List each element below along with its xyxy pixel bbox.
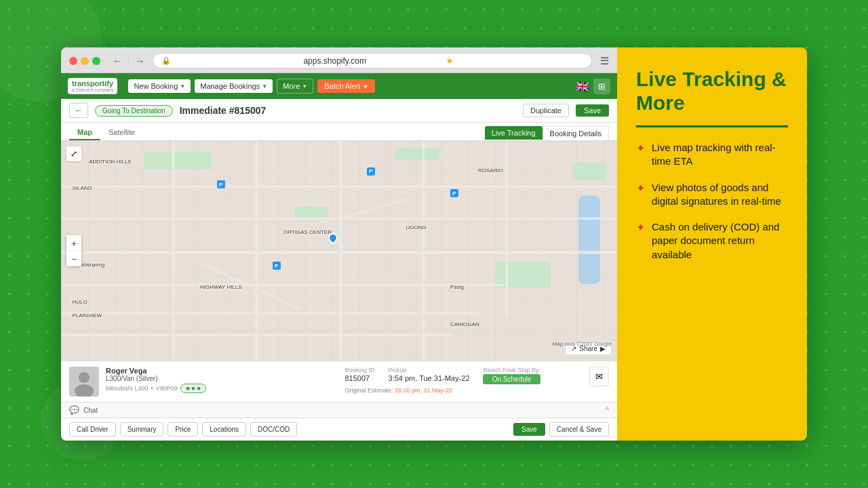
more-arrow: ▼ — [302, 83, 307, 89]
map-label-ortigas: ORTIGAS CENTER — [283, 229, 332, 235]
driver-details: Roger Vega L300/Van (Silver) Mitsubishi … — [106, 367, 338, 393]
feature-text-3: Cash on delivery (COD) and paper documen… — [652, 220, 788, 262]
map-label-pasig: Pasig — [450, 284, 464, 290]
language-flag[interactable]: 🇬🇧 — [576, 80, 589, 93]
summary-button[interactable]: Summary — [120, 422, 164, 436]
app-nav: transportify a Deliverit company New Boo… — [61, 73, 617, 99]
browser-navigation: ← | → — [110, 54, 147, 68]
tab-map[interactable]: Map — [69, 125, 100, 140]
feature-star-3: ✦ — [636, 221, 645, 234]
zoom-in-button[interactable]: + — [66, 236, 81, 251]
feature-star-1: ✦ — [636, 142, 645, 155]
feature-star-2: ✦ — [636, 182, 645, 195]
map-expand-button[interactable]: ⤢ — [66, 146, 81, 161]
message-button[interactable]: ✉ — [589, 367, 609, 386]
map-label-rosario: ROSARIO — [478, 167, 503, 174]
estimate-text-label: Original Estimate: — [345, 387, 395, 394]
batch-alert-button[interactable]: Batch Alert ▼ — [317, 79, 375, 93]
close-button[interactable] — [69, 57, 77, 65]
forward-nav-button[interactable]: → — [132, 54, 147, 68]
address-bar[interactable]: 🔒 apps.shopify.com ★ — [153, 53, 592, 68]
map-placeholder[interactable]: ADDITION HILLS SILANG ORTIGAS CENTER Man… — [61, 141, 617, 361]
booking-header: ← Going To Destination Immediate #815007… — [61, 99, 617, 123]
message-button-area: ✉ — [589, 367, 609, 386]
nav-separator: | — [127, 56, 130, 66]
app-content: transportify a Deliverit company New Boo… — [61, 73, 617, 441]
driver-avatar — [69, 367, 99, 396]
on-schedule-button[interactable]: On Schedule — [483, 374, 540, 384]
url-text: apps.shopify.com — [303, 56, 441, 66]
message-icon: ✉ — [595, 371, 603, 382]
map-label-addition-hills: ADDITION HILLS — [89, 159, 132, 165]
back-nav-button[interactable]: ← — [110, 54, 125, 68]
logo-area: transportify a Deliverit company — [68, 78, 117, 94]
map-label-silang: SILANG — [72, 185, 92, 191]
doc-cod-button[interactable]: DOC/COD — [250, 422, 297, 436]
logo-subtitle: a Deliverit company — [72, 87, 113, 93]
chat-bubble-icon: 💬 — [69, 405, 79, 415]
pickup-col: Pickup 3:54 pm, Tue 31-May-22 — [389, 367, 470, 382]
manage-bookings-arrow: ▼ — [262, 83, 267, 89]
estimate-row: Original Estimate: 16:26 pm, 31 May-22 — [345, 387, 578, 394]
duplicate-button[interactable]: Duplicate — [523, 104, 569, 117]
new-booking-arrow: ▼ — [180, 83, 185, 89]
more-label: More — [283, 82, 300, 90]
save-top-button[interactable]: Save — [576, 104, 609, 117]
cancel-save-button[interactable]: Cancel & Save — [549, 422, 609, 436]
map-area: ADDITION HILLS SILANG ORTIGAS CENTER Man… — [61, 141, 617, 361]
feature-item-3: ✦ Cash on delivery (COD) and paper docum… — [636, 220, 788, 262]
reach-label: Reach Final Stop By: — [483, 367, 540, 373]
driver-model: Mitsubishi L300 — [106, 385, 149, 392]
chat-expand-button[interactable]: ^ — [605, 405, 609, 415]
nav-settings-button[interactable]: ⊞ — [593, 79, 610, 94]
traffic-lights — [69, 57, 100, 65]
manage-bookings-dropdown[interactable]: Manage Bookings ▼ — [195, 79, 273, 93]
browser-panel: ← | → 🔒 apps.shopify.com ★ ☰ transportif… — [61, 47, 617, 441]
driver-rating-badge: ★★★ — [180, 384, 206, 393]
fullscreen-button[interactable] — [92, 57, 100, 65]
bottom-action-bar: Call Driver Summary Price Locations DOC/… — [61, 418, 617, 441]
booking-row-top: Booking ID 815007 Pickup 3:54 pm, Tue 31… — [345, 367, 578, 384]
grid-icon: ⊞ — [598, 81, 606, 92]
info-panel: Live Tracking & More ✦ Live map tracking… — [617, 47, 807, 441]
driver-bullet: • — [151, 385, 153, 392]
minimize-button[interactable] — [81, 57, 89, 65]
estimate-text-val: 16:26 pm, 31 May-22 — [395, 387, 452, 394]
tab-booking-details[interactable]: Booking Details — [542, 126, 609, 140]
booking-id-label: Booking ID — [345, 367, 375, 373]
booking-back-button[interactable]: ← — [69, 103, 88, 118]
driver-name: Roger Vega — [106, 367, 338, 375]
map-label-plainview: PLAINVIEW — [72, 312, 102, 319]
new-booking-label: New Booking — [134, 82, 178, 90]
chat-bar: 💬 Chat ^ — [61, 402, 617, 418]
browser-menu-icon[interactable]: ☰ — [600, 55, 609, 67]
map-marker-p2: P — [367, 167, 375, 176]
new-booking-dropdown[interactable]: New Booking ▼ — [128, 79, 191, 93]
map-label-highway: HIGHWAY HILLS — [200, 284, 242, 290]
feature-item-1: ✦ Live map tracking with real-time ETA — [636, 141, 788, 169]
tab-satellite[interactable]: Satellite — [100, 125, 143, 140]
feature-text-2: View photos of goods and digital signatu… — [652, 181, 788, 209]
map-attribution: Map data ©2022 Google — [553, 341, 612, 347]
pickup-val: 3:54 pm, Tue 31-May-22 — [389, 374, 470, 382]
browser-chrome: ← | → 🔒 apps.shopify.com ★ ☰ — [61, 47, 617, 73]
tab-live-tracking[interactable]: Live Tracking — [485, 126, 542, 140]
zoom-out-button[interactable]: − — [66, 251, 81, 266]
map-marker-p3: P — [450, 189, 458, 197]
panel-title-text: Live Tracking & More — [636, 68, 787, 114]
manage-bookings-label: Manage Bookings — [200, 82, 260, 90]
destination-badge: Going To Destination — [95, 105, 173, 117]
driver-meta: Mitsubishi L300 • Y90P09 ★★★ — [106, 384, 338, 393]
panel-title: Live Tracking & More — [636, 68, 788, 115]
call-driver-button[interactable]: Call Driver — [69, 422, 116, 436]
price-button[interactable]: Price — [167, 422, 198, 436]
bookmark-icon[interactable]: ★ — [446, 56, 583, 66]
panel-divider — [636, 125, 788, 127]
feature-text-1: Live map tracking with real-time ETA — [652, 141, 788, 169]
save-bottom-button[interactable]: Save — [513, 423, 545, 436]
more-dropdown[interactable]: More ▼ — [277, 79, 313, 94]
logo-text: transportify — [72, 79, 113, 87]
map-label-ugong: UGONG — [406, 224, 426, 230]
locations-button[interactable]: Locations — [202, 422, 246, 436]
feature-item-2: ✦ View photos of goods and digital signa… — [636, 181, 788, 209]
